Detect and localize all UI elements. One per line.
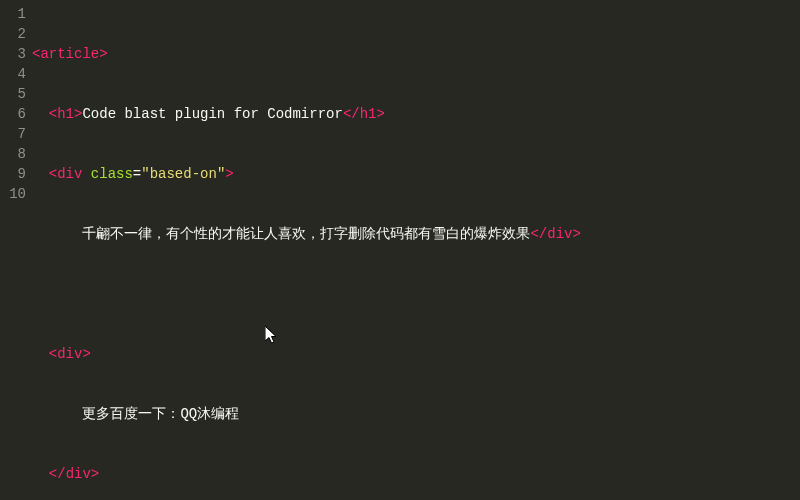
line-number: 5: [0, 84, 26, 104]
line-number: 4: [0, 64, 26, 84]
line-number: 6: [0, 104, 26, 124]
indent: [32, 406, 82, 422]
code-editor[interactable]: 1 2 3 4 5 6 7 8 9 10 <article> <h1>Code …: [0, 0, 800, 500]
line-number: 7: [0, 124, 26, 144]
tag-name-article: article: [40, 46, 99, 62]
code-line[interactable]: <h1>Code blast plugin for Codmirror</h1>: [32, 104, 800, 124]
tag-close-open: </: [49, 466, 66, 482]
code-line[interactable]: </div>: [32, 464, 800, 484]
h1-text: Code blast plugin for Codmirror: [82, 106, 342, 122]
tag-name-div: div: [547, 226, 572, 242]
indent: [32, 106, 49, 122]
tag-close-bracket: >: [572, 226, 580, 242]
code-line[interactable]: <div class="based-on">: [32, 164, 800, 184]
line4-text: 千翩不一律，有个性的才能让人喜欢，打字删除代码都有雪白的爆炸效果: [82, 226, 530, 242]
line-number: 3: [0, 44, 26, 64]
tag-open-bracket: <: [49, 166, 57, 182]
indent: [32, 466, 49, 482]
indent: [32, 166, 49, 182]
code-line[interactable]: <article>: [32, 44, 800, 64]
tag-name-div: div: [66, 466, 91, 482]
code-line[interactable]: 更多百度一下：QQ沐编程: [32, 404, 800, 424]
code-line[interactable]: [32, 284, 800, 304]
tag-close-open: </: [343, 106, 360, 122]
tag-close-bracket: >: [82, 346, 90, 362]
equals: =: [133, 166, 141, 182]
tag-open-bracket: <: [49, 106, 57, 122]
tag-close-open: </: [530, 226, 547, 242]
indent: [32, 346, 49, 362]
tag-name-div: div: [57, 166, 82, 182]
attr-value: "based-on": [141, 166, 225, 182]
line-number: 2: [0, 24, 26, 44]
tag-close-bracket: >: [377, 106, 385, 122]
line-number: 9: [0, 164, 26, 184]
tag-close-bracket: >: [225, 166, 233, 182]
line-number-gutter: 1 2 3 4 5 6 7 8 9 10: [0, 4, 32, 500]
tag-close-bracket: >: [91, 466, 99, 482]
code-line[interactable]: 千翩不一律，有个性的才能让人喜欢，打字删除代码都有雪白的爆炸效果</div>: [32, 224, 800, 244]
line-number: 10: [0, 184, 26, 204]
tag-name-h1: h1: [360, 106, 377, 122]
line-number: 8: [0, 144, 26, 164]
tag-close-bracket: >: [99, 46, 107, 62]
attr-class: class: [91, 166, 133, 182]
space: [82, 166, 90, 182]
line7-text: 更多百度一下：QQ沐编程: [82, 406, 239, 422]
tag-open-bracket: <: [49, 346, 57, 362]
line-number: 1: [0, 4, 26, 24]
code-line[interactable]: <div>: [32, 344, 800, 364]
indent: [32, 226, 82, 242]
tag-name-h1: h1: [57, 106, 74, 122]
code-area[interactable]: <article> <h1>Code blast plugin for Codm…: [32, 4, 800, 500]
tag-name-div: div: [57, 346, 82, 362]
